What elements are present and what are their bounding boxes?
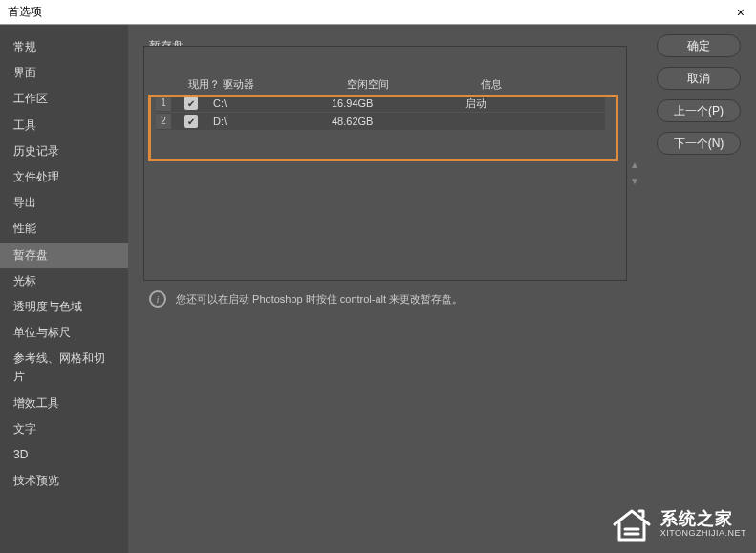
reorder-arrows: ▲ ▼ <box>630 160 639 186</box>
sidebar-item-units[interactable]: 单位与标尺 <box>0 320 128 346</box>
sidebar-item-guides[interactable]: 参考线、网格和切片 <box>0 346 128 390</box>
sidebar-item-techpreview[interactable]: 技术预览 <box>0 468 128 494</box>
hint-row: i 您还可以在启动 Photoshop 时按住 control-alt 来更改暂… <box>143 290 741 308</box>
sidebar-item-general[interactable]: 常规 <box>0 34 128 60</box>
content: 常规 界面 工作区 工具 历史记录 文件处理 导出 性能 暂存盘 光标 透明度与… <box>0 25 756 553</box>
header-space: 空闲空间 <box>347 77 481 92</box>
header-active: 现用？ <box>184 77 223 92</box>
sidebar-item-transparency[interactable]: 透明度与色域 <box>0 294 128 320</box>
sidebar-item-type[interactable]: 文字 <box>0 416 128 442</box>
hint-text: 您还可以在启动 Photoshop 时按住 control-alt 来更改暂存盘… <box>176 292 463 307</box>
table-header: 现用？ 驱动器 空闲空间 信息 <box>156 74 626 95</box>
sidebar: 常规 界面 工作区 工具 历史记录 文件处理 导出 性能 暂存盘 光标 透明度与… <box>0 25 128 553</box>
sidebar-item-export[interactable]: 导出 <box>0 190 128 216</box>
sidebar-item-3d[interactable]: 3D <box>0 442 128 468</box>
watermark: 系统之家 XITONGZHIJIA.NET <box>611 505 746 543</box>
titlebar: 首选项 × <box>0 0 756 25</box>
sidebar-item-cursors[interactable]: 光标 <box>0 268 128 294</box>
window-title: 首选项 <box>8 4 42 20</box>
next-button[interactable]: 下一个(N) <box>657 132 741 155</box>
house-icon <box>611 505 653 543</box>
header-info: 信息 <box>481 77 576 92</box>
arrow-up-icon[interactable]: ▲ <box>630 160 639 170</box>
header-drive: 驱动器 <box>223 77 347 92</box>
scratch-disk-panel: 现用？ 驱动器 空闲空间 信息 1 ✔ C:\ 16.94GB 启动 2 <box>143 46 627 281</box>
sidebar-item-performance[interactable]: 性能 <box>0 216 128 242</box>
sidebar-item-interface[interactable]: 界面 <box>0 60 128 86</box>
highlight-box <box>148 95 618 161</box>
watermark-en: XITONGZHIJIA.NET <box>660 529 746 539</box>
watermark-zh: 系统之家 <box>660 510 746 529</box>
prev-button[interactable]: 上一个(P) <box>657 99 741 122</box>
watermark-text: 系统之家 XITONGZHIJIA.NET <box>660 510 746 539</box>
sidebar-item-workspace[interactable]: 工作区 <box>0 86 128 112</box>
dialog-buttons: 确定 取消 上一个(P) 下一个(N) <box>657 34 741 155</box>
ok-button[interactable]: 确定 <box>657 34 741 57</box>
sidebar-item-filehandling[interactable]: 文件处理 <box>0 164 128 190</box>
sidebar-item-plugins[interactable]: 增效工具 <box>0 391 128 416</box>
sidebar-item-history[interactable]: 历史记录 <box>0 138 128 164</box>
close-icon[interactable]: × <box>733 5 748 20</box>
cancel-button[interactable]: 取消 <box>657 67 741 90</box>
sidebar-item-tools[interactable]: 工具 <box>0 113 128 138</box>
sidebar-item-scratchdisks[interactable]: 暂存盘 <box>0 243 128 268</box>
main-panel: 暂存盘 现用？ 驱动器 空闲空间 信息 1 ✔ C:\ 16.94GB <box>128 25 756 553</box>
arrow-down-icon[interactable]: ▼ <box>630 176 639 186</box>
info-icon: i <box>149 290 166 308</box>
